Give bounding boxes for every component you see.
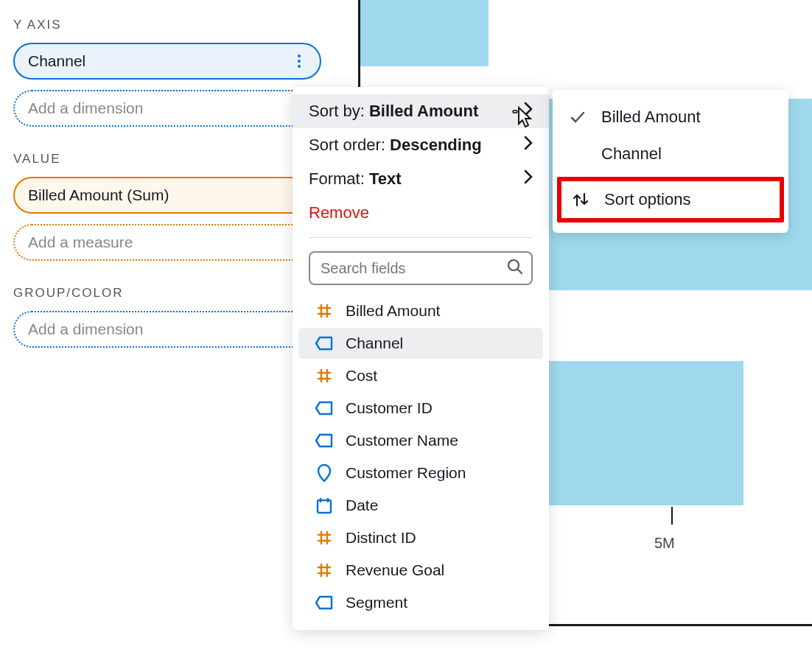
dimension-icon	[315, 431, 334, 450]
add-label: Add a dimension	[28, 99, 143, 117]
yaxis-section-label: Y AXIS	[13, 18, 323, 32]
dimension-icon	[315, 593, 334, 612]
dimension-icon	[315, 334, 334, 353]
search-fields-box[interactable]	[309, 251, 533, 285]
submenu-label: Sort options	[604, 190, 690, 209]
chevron-right-icon	[524, 136, 533, 155]
menu-format[interactable]: Format: Text	[293, 162, 549, 196]
field-name: Distinct ID	[346, 529, 416, 547]
sort-icon	[570, 191, 591, 208]
sort-options[interactable]: Sort options	[570, 186, 771, 214]
field-context-menu: Sort by: Billed Amount Sort order: Desce…	[293, 87, 549, 630]
field-name: Customer Name	[346, 432, 458, 449]
field-row[interactable]: Billed Amount	[298, 295, 543, 326]
field-name: Customer Region	[346, 464, 466, 482]
chevron-right-icon	[524, 169, 533, 189]
search-input[interactable]	[321, 260, 507, 277]
value-section-label: VALUE	[13, 152, 323, 166]
geo-icon	[315, 463, 334, 483]
yaxis-pill-channel[interactable]: Channel	[13, 43, 321, 80]
pill-label: Billed Amount (Sum)	[28, 186, 169, 204]
field-row[interactable]: Cost	[298, 360, 543, 391]
submenu-label: Channel	[601, 144, 662, 164]
tick-line	[671, 507, 673, 525]
check-icon	[567, 109, 588, 125]
field-row[interactable]: Customer Region	[298, 458, 543, 488]
field-row[interactable]: Segment	[298, 587, 543, 618]
sortby-channel[interactable]: Channel	[553, 136, 788, 172]
svg-line-1	[518, 270, 522, 274]
field-name: Revenue Goal	[346, 561, 444, 579]
chevron-right-icon	[524, 102, 533, 121]
measure-icon	[315, 528, 334, 547]
field-list: Billed AmountChannelCostCustomer IDCusto…	[293, 295, 549, 618]
field-row[interactable]: Revenue Goal	[298, 555, 543, 586]
field-name: Channel	[346, 334, 403, 352]
menu-sort-order[interactable]: Sort order: Descending	[293, 128, 549, 162]
sort-by-submenu: Billed Amount Channel Sort options	[553, 90, 788, 233]
field-row[interactable]: Channel	[298, 328, 543, 359]
menu-label: Sort by: Billed Amount	[309, 102, 478, 121]
measure-icon	[315, 561, 334, 580]
menu-label: Remove	[309, 203, 369, 222]
more-icon[interactable]	[292, 55, 307, 68]
field-row[interactable]: Customer ID	[298, 393, 543, 424]
field-wells-panel: Y AXIS Channel Add a dimension VALUE Bil…	[13, 18, 323, 358]
menu-remove[interactable]: Remove	[293, 196, 549, 230]
field-name: Segment	[346, 594, 407, 611]
menu-label: Format: Text	[309, 169, 402, 189]
measure-icon	[315, 301, 334, 320]
field-row[interactable]: Date	[298, 490, 543, 521]
dimension-icon	[315, 399, 334, 418]
value-pill-billed[interactable]: Billed Amount (Sum)	[13, 177, 321, 214]
sort-options-highlight: Sort options	[557, 177, 784, 222]
bar	[360, 0, 489, 66]
sortby-billed-amount[interactable]: Billed Amount	[553, 99, 788, 136]
field-name: Date	[346, 497, 378, 514]
add-label: Add a measure	[28, 234, 133, 251]
date-icon	[315, 496, 334, 515]
yaxis-add-dimension[interactable]: Add a dimension	[13, 90, 321, 127]
field-name: Customer ID	[346, 399, 433, 417]
search-icon	[507, 259, 523, 278]
field-row[interactable]: Distinct ID	[298, 522, 543, 553]
group-section-label: GROUP/COLOR	[13, 286, 323, 301]
measure-icon	[315, 366, 334, 385]
group-add-dimension[interactable]: Add a dimension	[13, 311, 321, 348]
menu-label: Sort order: Descending	[309, 136, 482, 155]
tick-label: 5M	[654, 535, 675, 552]
value-add-measure[interactable]: Add a measure	[13, 224, 321, 261]
add-label: Add a dimension	[28, 320, 143, 338]
menu-sort-by[interactable]: Sort by: Billed Amount	[293, 94, 549, 128]
pill-label: Channel	[28, 52, 85, 70]
svg-rect-10	[318, 500, 331, 513]
field-name: Cost	[346, 367, 377, 385]
field-row[interactable]: Customer Name	[298, 425, 543, 456]
menu-divider	[309, 237, 533, 238]
submenu-label: Billed Amount	[601, 108, 701, 127]
field-name: Billed Amount	[346, 302, 440, 320]
